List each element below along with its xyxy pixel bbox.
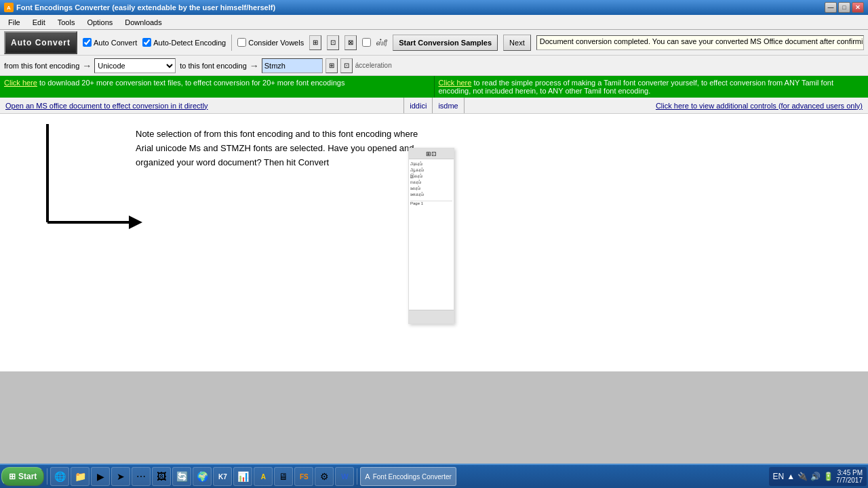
info-bar-left: Click here to download 20+ more conversi… [0, 76, 435, 98]
title-bar-left: A Font Encodings Converter (easily exten… [4, 3, 275, 12]
from-arrow-icon: → [82, 60, 92, 71]
preview-line-1: அகரம் [410, 161, 452, 167]
instruction-text: Note selection of from this font encodin… [0, 114, 448, 183]
taskbar: ⊞ Start 🌐 📁 ▶ ➤ ⋯ 🖼 🔄 🌍 K7 📊 A 🖥 FS ⚙ W … [0, 464, 868, 488]
extra-checkbox-label [362, 38, 371, 47]
taskbar-dots-icon[interactable]: ⋯ [132, 467, 151, 486]
preview-scrollbar[interactable] [409, 310, 454, 323]
taskbar-sep-1 [47, 468, 47, 485]
preview-line-5: உகரம் [410, 185, 452, 191]
window-title: Font Encodings Converter (easily extenda… [16, 3, 275, 12]
taskbar-k7-icon[interactable]: K7 [213, 467, 232, 486]
active-window-icon: A [365, 472, 370, 481]
next-button[interactable]: Next [503, 35, 531, 51]
taskbar-explorer-icon[interactable]: 📁 [71, 467, 90, 486]
auto-convert-label: Auto Convert [83, 38, 137, 47]
process-text: to read the simple process of making a T… [439, 79, 833, 95]
window-controls: — □ ✕ [825, 2, 864, 13]
tray-arrow-icon: ▲ [787, 472, 795, 481]
close-button[interactable]: ✕ [852, 2, 864, 13]
taskbar-sync-icon[interactable]: 🔄 [172, 467, 191, 486]
preview-line-2: ஆகரம் [410, 167, 452, 173]
to-font-input[interactable]: Stmzh [262, 58, 323, 73]
title-bar: A Font Encodings Converter (easily exten… [0, 0, 868, 15]
open-ms-office-link[interactable]: Open an MS office document to effect con… [0, 102, 403, 110]
windows-logo-icon: ⊞ [9, 472, 16, 481]
tray-clock: 3:45 PM 7/7/2017 [836, 469, 863, 484]
instruction-paragraph: Note selection of from this font encodin… [136, 127, 434, 169]
taskbar-settings-icon[interactable]: ⚙ [315, 467, 334, 486]
to-font-browse-btn[interactable]: ⊞ [326, 58, 338, 73]
taskbar-arrow-icon[interactable]: ➤ [111, 467, 130, 486]
font-encoding-row: from this font encoding → Unicode STMZH … [0, 56, 868, 76]
menu-file[interactable]: File [3, 17, 26, 28]
taskbar-ie-icon[interactable]: 🌐 [50, 467, 69, 486]
from-font-select[interactable]: Unicode STMZH TAB [94, 58, 176, 73]
download-link[interactable]: Click here [4, 79, 37, 87]
auto-convert-checkbox[interactable] [83, 38, 92, 47]
advanced-controls-link[interactable]: Click here to view additional controls (… [465, 102, 868, 110]
taskbar-globe-icon[interactable]: 🌍 [193, 467, 212, 486]
start-button[interactable]: ⊞ Start [1, 467, 44, 486]
preview-content: அகரம் ஆகரம் இகரம் ஈகரம் உகரம் ஊகரம் Page… [409, 159, 454, 207]
document-preview-panel: ⊞⊡ அகரம் ஆகரம் இகரம் ஈகரம் உகரம் ஊகரம் P… [408, 148, 454, 324]
tray-network-icon[interactable]: 🔌 [797, 472, 808, 481]
menu-tools[interactable]: Tools [52, 17, 81, 28]
menu-edit[interactable]: Edit [27, 17, 51, 28]
download-text: to download 20+ more conversion text fil… [37, 79, 345, 87]
maximize-button[interactable]: □ [838, 2, 850, 13]
taskbar-sep-2 [357, 468, 357, 485]
convert-button[interactable]: Auto Convert [4, 31, 77, 54]
consider-vowels-label: Consider Vowels [237, 38, 304, 47]
taskbar-media-icon[interactable]: ▶ [91, 467, 110, 486]
preview-line-6: ஊகரம் [410, 191, 452, 197]
taskbar-word-icon[interactable]: W [335, 467, 354, 486]
main-content: Note selection of from this font encodin… [0, 114, 868, 371]
from-font-label: from this font encoding [4, 62, 79, 70]
preview-header: ⊞⊡ [409, 148, 454, 159]
action-mid-left[interactable]: iddici [404, 102, 432, 110]
info-bars: Click here to download 20+ more conversi… [0, 76, 868, 98]
icon-btn-3[interactable]: ⊠ [344, 35, 357, 50]
process-link[interactable]: Click here [439, 79, 472, 87]
toolbar: Auto Convert Auto Convert Auto-Detect En… [0, 30, 868, 56]
icon-btn-1[interactable]: ⊞ [309, 35, 321, 50]
to-font-label: to this font encoding [180, 62, 246, 70]
to-arrow-icon: → [250, 60, 259, 71]
tamil-sample: ஸ்ரீ [376, 38, 387, 47]
svg-marker-2 [129, 216, 142, 229]
tray-date: 7/7/2017 [836, 476, 863, 484]
start-conversion-button[interactable]: Start Conversion Samples [393, 35, 498, 51]
tray-time: 3:45 PM [836, 469, 863, 476]
taskbar-screen-icon[interactable]: 🖥 [274, 467, 293, 486]
preview-footer: Page 1 [410, 201, 452, 207]
action-mid-right[interactable]: isdme [433, 102, 463, 110]
app-icon: A [4, 3, 14, 12]
taskbar-font-icon[interactable]: A [254, 467, 273, 486]
taskbar-photo-icon[interactable]: 🖼 [152, 467, 171, 486]
extra-checkbox[interactable] [362, 38, 371, 47]
system-tray: EN ▲ 🔌 🔊 🔋 3:45 PM 7/7/2017 [769, 467, 867, 486]
acceleration-label: ácceleration [355, 62, 392, 69]
taskbar-fs-icon[interactable]: FS [294, 467, 313, 486]
consider-vowels-checkbox[interactable] [237, 38, 246, 47]
menu-bar: File Edit Tools Options Downloads [0, 15, 868, 30]
from-font-group: from this font encoding → Unicode STMZH … [4, 58, 176, 73]
menu-downloads[interactable]: Downloads [119, 17, 167, 28]
tray-battery-icon: 🔋 [823, 472, 833, 481]
info-bar-right: Click here to read the simple process of… [435, 76, 869, 98]
preview-line-3: இகரம் [410, 173, 452, 179]
active-window-label: Font Encodings Converter [373, 473, 452, 481]
tray-lang-icon[interactable]: EN [773, 472, 785, 481]
taskbar-bar-chart-icon[interactable]: 📊 [233, 467, 252, 486]
preview-line-4: ஈகரம் [410, 179, 452, 185]
auto-detect-checkbox[interactable] [142, 38, 151, 47]
active-window-button[interactable]: A Font Encodings Converter [360, 467, 456, 486]
action-bar: Open an MS office document to effect con… [0, 98, 868, 114]
to-font-group: to this font encoding → Stmzh ⊞ ⊡ áccele… [180, 58, 391, 73]
menu-options[interactable]: Options [81, 17, 118, 28]
tray-volume-icon[interactable]: 🔊 [810, 472, 821, 481]
minimize-button[interactable]: — [825, 2, 837, 13]
to-font-options-btn[interactable]: ⊡ [340, 58, 353, 73]
icon-btn-2[interactable]: ⊡ [327, 35, 339, 50]
